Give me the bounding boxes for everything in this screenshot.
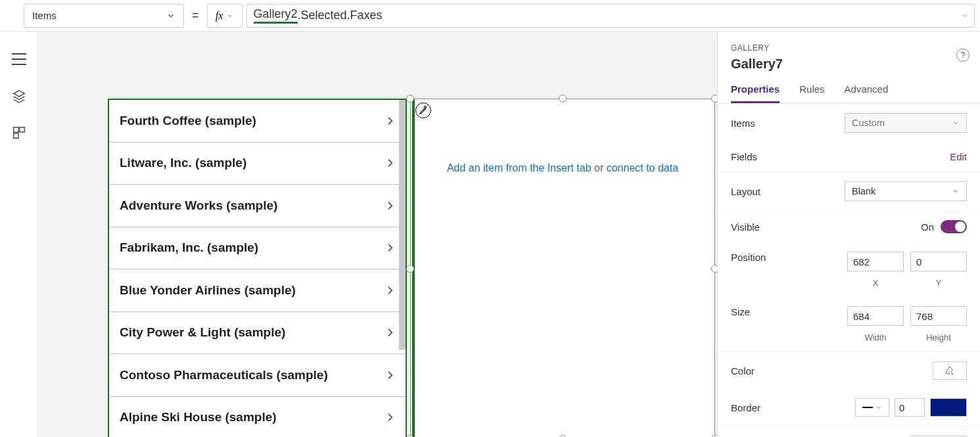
chevron-right-icon xyxy=(385,113,395,129)
svg-rect-0 xyxy=(13,127,18,132)
prop-layout-label: Layout xyxy=(731,186,760,197)
prop-wrap-count: Wrap count 1 xyxy=(718,426,980,437)
size-height-input[interactable]: 768 xyxy=(910,306,967,326)
border-color-picker[interactable] xyxy=(930,398,967,417)
chevron-down-icon xyxy=(166,11,175,20)
resize-handle[interactable] xyxy=(711,265,717,273)
list-item[interactable]: City Power & Light (sample) xyxy=(109,312,406,355)
border-width-input[interactable]: 0 xyxy=(895,398,925,417)
prop-border-label: Border xyxy=(731,402,760,413)
fx-button[interactable]: fx xyxy=(207,4,243,28)
resize-handle[interactable] xyxy=(711,95,717,103)
scrollbar[interactable] xyxy=(399,100,406,350)
formula-bar: Items = fx Gallery2.Selected.Faxes xyxy=(0,0,980,32)
tab-rules[interactable]: Rules xyxy=(799,83,824,103)
panel-tabs: Properties Rules Advanced xyxy=(718,72,980,104)
prop-border: Border 0 xyxy=(718,389,980,426)
chevron-down-icon xyxy=(227,12,233,19)
prop-color: Color xyxy=(718,352,980,389)
color-picker[interactable] xyxy=(933,361,967,380)
gallery7[interactable]: Add an item from the Insert tab or conne… xyxy=(410,99,715,437)
list-item-label: Fabrikam, Inc. (sample) xyxy=(120,241,258,255)
border-style-dropdown[interactable] xyxy=(855,398,889,417)
prop-position: Position 682 0 X Y xyxy=(718,242,980,297)
list-item-label: Blue Yonder Airlines (sample) xyxy=(120,283,296,298)
main-area: Fourth Coffee (sample)Litware, Inc. (sam… xyxy=(0,32,980,437)
visible-toggle[interactable] xyxy=(941,220,967,233)
list-item-label: Alpine Ski House (sample) xyxy=(120,410,277,425)
property-selector-label: Items xyxy=(32,10,57,21)
size-height-sublabel: Height xyxy=(910,333,967,342)
canvas[interactable]: Fourth Coffee (sample)Litware, Inc. (sam… xyxy=(38,32,717,437)
resize-handle[interactable] xyxy=(406,265,414,273)
prop-items: Items Custom xyxy=(718,104,980,142)
prop-fields-edit[interactable]: Edit xyxy=(950,151,967,162)
resize-handle[interactable] xyxy=(406,95,414,103)
svg-rect-1 xyxy=(19,127,24,132)
fill-icon xyxy=(945,365,955,376)
prop-visible: Visible On xyxy=(718,210,980,242)
help-icon[interactable]: ? xyxy=(956,49,969,62)
placeholder-or: or xyxy=(592,162,607,173)
tab-properties[interactable]: Properties xyxy=(731,83,780,103)
prop-layout-value: Blank xyxy=(852,186,875,196)
panel-control-name: Gallery7 xyxy=(731,57,967,72)
chevron-down-icon[interactable] xyxy=(961,12,969,20)
position-x-value: 682 xyxy=(853,256,870,267)
property-selector[interactable]: Items xyxy=(24,4,184,28)
prop-items-label: Items xyxy=(731,118,755,129)
prop-position-label: Position xyxy=(731,252,766,263)
prop-fields-label: Fields xyxy=(731,151,757,162)
layers-icon[interactable] xyxy=(11,88,27,104)
chevron-right-icon xyxy=(385,155,395,171)
line-icon xyxy=(862,407,873,408)
properties-panel: GALLERY Gallery7 ? Properties Rules Adva… xyxy=(717,32,980,437)
size-height-value: 768 xyxy=(916,311,933,322)
equals-sign: = xyxy=(188,9,203,22)
list-item[interactable]: Blue Yonder Airlines (sample) xyxy=(109,269,406,312)
list-item[interactable]: Alpine Ski House (sample) xyxy=(109,397,406,438)
list-item[interactable]: Fourth Coffee (sample) xyxy=(109,100,406,143)
prop-color-label: Color xyxy=(731,365,755,377)
chevron-down-icon xyxy=(875,404,882,411)
position-y-input[interactable]: 0 xyxy=(910,252,967,271)
formula-input[interactable]: Gallery2.Selected.Faxes xyxy=(246,4,975,28)
resize-handle[interactable] xyxy=(559,95,567,103)
tab-advanced[interactable]: Advanced xyxy=(845,83,889,103)
list-item-label: Fourth Coffee (sample) xyxy=(120,114,256,128)
list-item-label: City Power & Light (sample) xyxy=(120,325,285,340)
position-x-input[interactable]: 682 xyxy=(847,252,904,271)
prop-visible-label: Visible xyxy=(731,221,760,233)
list-item[interactable]: Contoso Pharmaceuticals (sample) xyxy=(109,354,406,397)
chevron-down-icon xyxy=(952,119,960,127)
chevron-right-icon xyxy=(385,198,395,214)
fx-label: fx xyxy=(216,10,223,22)
size-width-sublabel: Width xyxy=(847,333,904,342)
prop-size-label: Size xyxy=(731,306,750,317)
chevron-right-icon xyxy=(385,240,395,256)
prop-items-dropdown[interactable]: Custom xyxy=(845,113,967,133)
insert-tab-link[interactable]: Add an item from the Insert tab xyxy=(447,162,592,173)
formula-token-gallery2: Gallery2 xyxy=(254,7,298,24)
size-width-input[interactable]: 684 xyxy=(847,306,904,326)
list-item[interactable]: Adventure Works (sample) xyxy=(109,185,406,227)
list-item[interactable]: Fabrikam, Inc. (sample) xyxy=(109,227,406,270)
svg-rect-2 xyxy=(13,133,18,138)
gallery2[interactable]: Fourth Coffee (sample)Litware, Inc. (sam… xyxy=(108,99,407,437)
prop-items-value: Custom xyxy=(852,118,885,128)
gallery7-placeholder: Add an item from the Insert tab or conne… xyxy=(411,162,714,174)
position-x-sublabel: X xyxy=(847,278,904,288)
panel-category: GALLERY xyxy=(731,43,967,53)
prop-layout-dropdown[interactable]: Blank xyxy=(845,181,967,201)
connect-data-link[interactable]: connect to data xyxy=(607,162,678,173)
components-icon[interactable] xyxy=(11,125,27,141)
formula-token-rest: .Selected.Faxes xyxy=(298,9,383,22)
list-item-label: Contoso Pharmaceuticals (sample) xyxy=(120,368,328,382)
left-rail xyxy=(0,32,38,437)
list-item[interactable]: Litware, Inc. (sample) xyxy=(109,143,406,185)
edit-template-button[interactable] xyxy=(415,103,431,118)
chevron-right-icon xyxy=(385,409,395,425)
hamburger-icon[interactable] xyxy=(11,51,27,67)
prop-visible-value: On xyxy=(921,221,934,233)
list-item-label: Adventure Works (sample) xyxy=(120,198,277,213)
